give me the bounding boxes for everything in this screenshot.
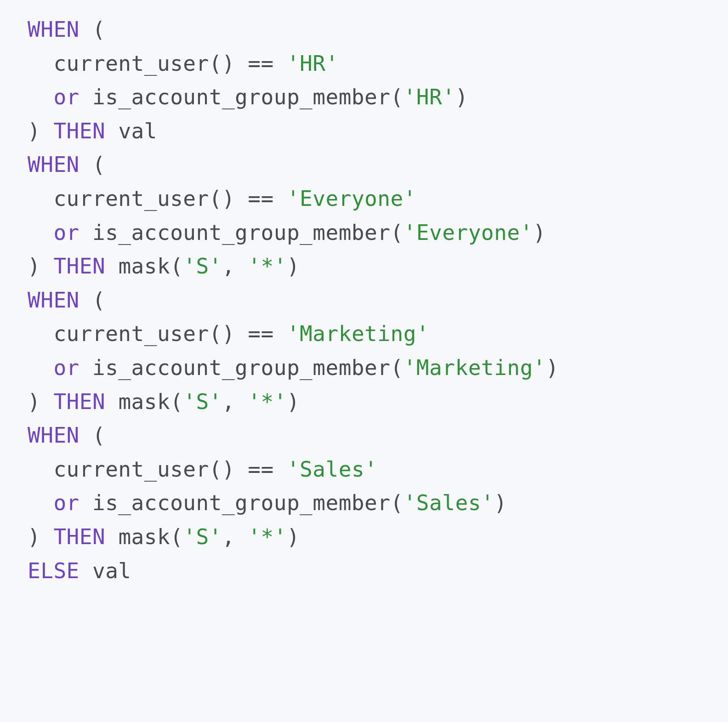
token-space <box>235 524 248 549</box>
token-paren: () <box>209 51 235 76</box>
token-paren: ) <box>287 389 300 414</box>
token-string: 'HR' <box>404 85 455 109</box>
token-space <box>105 119 118 143</box>
token-paren: ( <box>390 355 403 380</box>
token-paren: ( <box>92 288 105 313</box>
token-paren: ( <box>170 524 183 549</box>
token-space <box>80 423 92 448</box>
token-keyword: THEN <box>53 524 105 549</box>
token-space <box>105 524 118 549</box>
token-space <box>274 186 287 211</box>
token-string: 'HR' <box>287 51 339 76</box>
token-operator: == <box>248 186 273 211</box>
token-paren: ) <box>455 85 468 109</box>
token-paren: ) <box>28 254 40 279</box>
code-block: WHEN ( current_user() == 'HR' or is_acco… <box>0 0 728 601</box>
token-identifier: val <box>92 558 131 583</box>
token-space <box>80 288 92 313</box>
token-string: 'Marketing' <box>404 355 546 380</box>
token-string: 'Everyone' <box>404 220 533 245</box>
token-keyword: WHEN <box>28 17 80 42</box>
token-space <box>80 558 92 583</box>
token-space <box>274 457 287 482</box>
token-string: '*' <box>248 254 287 279</box>
token-keyword: THEN <box>53 119 105 143</box>
token-function: is_account_group_member <box>92 355 390 380</box>
token-function: mask <box>118 524 170 549</box>
token-comma: , <box>222 389 235 414</box>
token-space <box>80 17 92 42</box>
token-keyword: WHEN <box>28 288 80 313</box>
token-string: 'S' <box>183 389 222 414</box>
token-space <box>40 524 53 549</box>
token-function: mask <box>118 254 170 279</box>
token-paren: ) <box>28 119 40 143</box>
token-space <box>235 186 248 211</box>
token-function: is_account_group_member <box>92 490 390 515</box>
token-space <box>235 321 248 346</box>
token-paren: ) <box>533 220 546 245</box>
token-paren: ( <box>92 152 105 177</box>
token-space <box>40 389 53 414</box>
token-string: '*' <box>248 524 287 549</box>
token-keyword: or <box>53 490 79 515</box>
token-space <box>235 389 248 414</box>
token-function: is_account_group_member <box>92 85 390 109</box>
token-space <box>235 51 248 76</box>
token-function: current_user <box>53 457 209 482</box>
token-paren: ( <box>390 490 403 515</box>
token-operator: == <box>248 51 273 76</box>
token-space <box>274 321 287 346</box>
token-keyword: THEN <box>53 254 105 279</box>
token-space <box>80 220 92 245</box>
token-space <box>274 51 287 76</box>
token-space <box>235 254 248 279</box>
token-keyword: or <box>53 85 79 109</box>
token-keyword: WHEN <box>28 152 80 177</box>
token-space <box>80 85 92 109</box>
token-paren: ( <box>390 85 403 109</box>
token-keyword: WHEN <box>28 423 80 448</box>
token-paren: ( <box>92 17 105 42</box>
token-function: current_user <box>53 321 209 346</box>
token-string: 'Marketing' <box>287 321 429 346</box>
token-paren: ( <box>390 220 403 245</box>
token-paren: ( <box>170 254 183 279</box>
token-string: 'Everyone' <box>287 186 416 211</box>
token-string: 'S' <box>183 524 222 549</box>
token-operator: == <box>248 457 273 482</box>
token-space <box>235 457 248 482</box>
token-paren: ) <box>546 355 559 380</box>
token-paren: ) <box>494 490 507 515</box>
token-function: is_account_group_member <box>92 220 390 245</box>
token-comma: , <box>222 524 235 549</box>
token-keyword: ELSE <box>28 558 80 583</box>
token-string: '*' <box>248 389 287 414</box>
token-space <box>105 389 118 414</box>
token-comma: , <box>222 254 235 279</box>
token-string: 'Sales' <box>404 490 494 515</box>
token-keyword: or <box>53 355 79 380</box>
token-keyword: THEN <box>53 389 105 414</box>
token-paren: ) <box>287 254 300 279</box>
token-paren: ) <box>28 389 40 414</box>
token-paren: ( <box>170 389 183 414</box>
token-space <box>40 254 53 279</box>
token-string: 'Sales' <box>287 457 377 482</box>
token-keyword: or <box>53 220 79 245</box>
token-space <box>105 254 118 279</box>
token-function: current_user <box>53 186 209 211</box>
token-space <box>80 490 92 515</box>
token-function: current_user <box>53 51 209 76</box>
token-paren: ) <box>287 524 300 549</box>
token-string: 'S' <box>183 254 222 279</box>
token-space <box>80 355 92 380</box>
token-paren: () <box>209 457 235 482</box>
token-paren: () <box>209 321 235 346</box>
token-identifier: val <box>118 119 157 143</box>
token-operator: == <box>248 321 273 346</box>
token-function: mask <box>118 389 170 414</box>
token-space <box>40 119 53 143</box>
token-paren: () <box>209 186 235 211</box>
token-space <box>80 152 92 177</box>
